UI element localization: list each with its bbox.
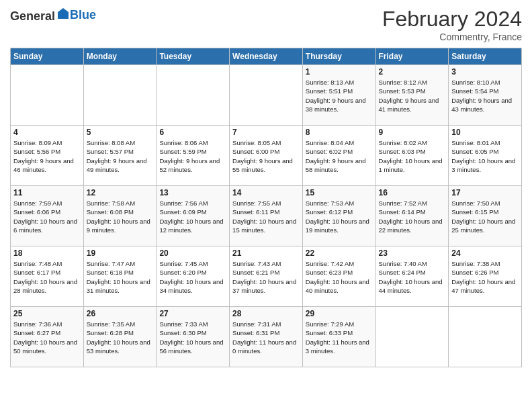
day-number: 12 bbox=[87, 188, 154, 197]
day-info: Sunrise: 7:33 AMSunset: 6:30 PMDaylight:… bbox=[159, 320, 226, 355]
day-number: 24 bbox=[451, 248, 519, 258]
day-of-week-header: Sunday bbox=[11, 48, 84, 65]
calendar-cell: 14Sunrise: 7:55 AMSunset: 6:11 PMDayligh… bbox=[230, 186, 303, 246]
day-info: Sunrise: 7:35 AMSunset: 6:28 PMDaylight:… bbox=[87, 320, 154, 355]
day-info: Sunrise: 7:42 AMSunset: 6:23 PMDaylight:… bbox=[306, 259, 373, 295]
day-info: Sunrise: 8:13 AMSunset: 5:51 PMDaylight:… bbox=[306, 78, 373, 113]
calendar-cell: 18Sunrise: 7:48 AMSunset: 6:17 PMDayligh… bbox=[11, 246, 84, 307]
day-info: Sunrise: 7:45 AMSunset: 6:20 PMDaylight:… bbox=[159, 259, 226, 295]
day-info: Sunrise: 8:02 AMSunset: 6:03 PMDaylight:… bbox=[379, 138, 446, 174]
day-number: 25 bbox=[13, 309, 81, 318]
calendar-cell: 5Sunrise: 8:08 AMSunset: 5:57 PMDaylight… bbox=[83, 126, 157, 186]
title-block: February 2024 Commentry, France bbox=[382, 7, 522, 42]
day-number: 2 bbox=[379, 67, 446, 77]
calendar-cell: 4Sunrise: 8:09 AMSunset: 5:56 PMDaylight… bbox=[11, 126, 84, 186]
day-number: 27 bbox=[159, 309, 226, 318]
calendar-table: SundayMondayTuesdayWednesdayThursdayFrid… bbox=[10, 48, 522, 367]
day-of-week-header: Wednesday bbox=[230, 48, 303, 65]
calendar-cell: 23Sunrise: 7:40 AMSunset: 6:24 PMDayligh… bbox=[375, 246, 449, 307]
calendar-cell: 26Sunrise: 7:35 AMSunset: 6:28 PMDayligh… bbox=[83, 307, 157, 367]
day-number: 5 bbox=[87, 128, 154, 137]
logo-blue-text: Blue bbox=[70, 8, 96, 22]
calendar-cell: 3Sunrise: 8:10 AMSunset: 5:54 PMDaylight… bbox=[449, 65, 522, 126]
day-number: 13 bbox=[159, 188, 226, 197]
day-info: Sunrise: 7:36 AMSunset: 6:27 PMDaylight:… bbox=[13, 320, 81, 355]
day-info: Sunrise: 7:47 AMSunset: 6:18 PMDaylight:… bbox=[87, 259, 154, 295]
day-number: 14 bbox=[232, 188, 300, 197]
calendar-cell: 25Sunrise: 7:36 AMSunset: 6:27 PMDayligh… bbox=[11, 307, 84, 367]
calendar-cell: 6Sunrise: 8:06 AMSunset: 5:59 PMDaylight… bbox=[157, 126, 230, 186]
logo-general-text: General bbox=[10, 7, 70, 24]
day-of-week-header: Tuesday bbox=[157, 48, 230, 65]
day-number: 22 bbox=[306, 248, 373, 258]
day-info: Sunrise: 7:58 AMSunset: 6:08 PMDaylight:… bbox=[87, 199, 154, 234]
day-info: Sunrise: 7:59 AMSunset: 6:06 PMDaylight:… bbox=[13, 199, 81, 234]
day-info: Sunrise: 7:31 AMSunset: 6:31 PMDaylight:… bbox=[232, 320, 300, 355]
day-number: 15 bbox=[306, 188, 373, 197]
calendar-week-row: 25Sunrise: 7:36 AMSunset: 6:27 PMDayligh… bbox=[11, 307, 522, 367]
day-info: Sunrise: 7:43 AMSunset: 6:21 PMDaylight:… bbox=[232, 259, 300, 295]
calendar-cell: 12Sunrise: 7:58 AMSunset: 6:08 PMDayligh… bbox=[83, 186, 157, 246]
page-header: General Blue February 2024 Commentry, Fr… bbox=[10, 7, 522, 42]
day-number: 20 bbox=[159, 248, 226, 258]
calendar-cell: 10Sunrise: 8:01 AMSunset: 6:05 PMDayligh… bbox=[449, 126, 522, 186]
calendar-cell: 1Sunrise: 8:13 AMSunset: 5:51 PMDaylight… bbox=[302, 65, 375, 126]
calendar-week-row: 18Sunrise: 7:48 AMSunset: 6:17 PMDayligh… bbox=[11, 246, 522, 307]
day-number: 29 bbox=[306, 309, 373, 318]
day-number: 21 bbox=[232, 248, 300, 258]
calendar-cell: 8Sunrise: 8:04 AMSunset: 6:02 PMDaylight… bbox=[302, 126, 375, 186]
logo: General Blue bbox=[10, 7, 96, 24]
calendar-cell bbox=[11, 65, 84, 126]
day-number: 3 bbox=[451, 67, 519, 77]
day-number: 10 bbox=[451, 128, 519, 137]
calendar-cell: 29Sunrise: 7:29 AMSunset: 6:33 PMDayligh… bbox=[302, 307, 375, 367]
day-number: 9 bbox=[379, 128, 446, 137]
calendar-cell: 2Sunrise: 8:12 AMSunset: 5:53 PMDaylight… bbox=[375, 65, 449, 126]
calendar-cell: 17Sunrise: 7:50 AMSunset: 6:15 PMDayligh… bbox=[449, 186, 522, 246]
day-number: 16 bbox=[379, 188, 446, 197]
calendar-cell bbox=[157, 65, 230, 126]
day-number: 17 bbox=[451, 188, 519, 197]
day-info: Sunrise: 7:29 AMSunset: 6:33 PMDaylight:… bbox=[306, 320, 373, 355]
day-info: Sunrise: 8:06 AMSunset: 5:59 PMDaylight:… bbox=[159, 138, 226, 174]
calendar-week-row: 1Sunrise: 8:13 AMSunset: 5:51 PMDaylight… bbox=[11, 65, 522, 126]
day-info: Sunrise: 7:55 AMSunset: 6:11 PMDaylight:… bbox=[232, 199, 300, 234]
day-number: 11 bbox=[13, 188, 81, 197]
day-number: 4 bbox=[13, 128, 81, 137]
day-number: 1 bbox=[306, 67, 373, 77]
calendar-cell bbox=[375, 307, 449, 367]
day-info: Sunrise: 7:52 AMSunset: 6:14 PMDaylight:… bbox=[379, 199, 446, 234]
day-number: 8 bbox=[306, 128, 373, 137]
calendar-cell: 9Sunrise: 8:02 AMSunset: 6:03 PMDaylight… bbox=[375, 126, 449, 186]
calendar-cell: 22Sunrise: 7:42 AMSunset: 6:23 PMDayligh… bbox=[302, 246, 375, 307]
day-of-week-header: Thursday bbox=[302, 48, 375, 65]
day-info: Sunrise: 7:38 AMSunset: 6:26 PMDaylight:… bbox=[451, 259, 519, 295]
day-number: 19 bbox=[87, 248, 154, 258]
calendar-week-row: 11Sunrise: 7:59 AMSunset: 6:06 PMDayligh… bbox=[11, 186, 522, 246]
calendar-cell bbox=[83, 65, 157, 126]
svg-marker-0 bbox=[58, 8, 69, 19]
calendar-cell: 21Sunrise: 7:43 AMSunset: 6:21 PMDayligh… bbox=[230, 246, 303, 307]
calendar-title: February 2024 bbox=[382, 7, 522, 32]
calendar-cell: 15Sunrise: 7:53 AMSunset: 6:12 PMDayligh… bbox=[302, 186, 375, 246]
calendar-week-row: 4Sunrise: 8:09 AMSunset: 5:56 PMDaylight… bbox=[11, 126, 522, 186]
day-info: Sunrise: 7:53 AMSunset: 6:12 PMDaylight:… bbox=[306, 199, 373, 234]
calendar-subtitle: Commentry, France bbox=[382, 32, 522, 42]
day-info: Sunrise: 7:48 AMSunset: 6:17 PMDaylight:… bbox=[13, 259, 81, 295]
day-of-week-header: Friday bbox=[375, 48, 449, 65]
day-info: Sunrise: 7:50 AMSunset: 6:15 PMDaylight:… bbox=[451, 199, 519, 234]
calendar-body: 1Sunrise: 8:13 AMSunset: 5:51 PMDaylight… bbox=[11, 65, 522, 367]
calendar-cell: 13Sunrise: 7:56 AMSunset: 6:09 PMDayligh… bbox=[157, 186, 230, 246]
calendar-cell: 19Sunrise: 7:47 AMSunset: 6:18 PMDayligh… bbox=[83, 246, 157, 307]
calendar-cell: 27Sunrise: 7:33 AMSunset: 6:30 PMDayligh… bbox=[157, 307, 230, 367]
day-number: 6 bbox=[159, 128, 226, 137]
calendar-cell: 16Sunrise: 7:52 AMSunset: 6:14 PMDayligh… bbox=[375, 186, 449, 246]
day-info: Sunrise: 8:05 AMSunset: 6:00 PMDaylight:… bbox=[232, 138, 300, 174]
calendar-cell bbox=[230, 65, 303, 126]
day-number: 28 bbox=[232, 309, 300, 318]
day-info: Sunrise: 8:08 AMSunset: 5:57 PMDaylight:… bbox=[87, 138, 154, 174]
day-number: 23 bbox=[379, 248, 446, 258]
calendar-cell: 24Sunrise: 7:38 AMSunset: 6:26 PMDayligh… bbox=[449, 246, 522, 307]
day-info: Sunrise: 8:10 AMSunset: 5:54 PMDaylight:… bbox=[451, 78, 519, 113]
day-of-week-header: Monday bbox=[83, 48, 157, 65]
